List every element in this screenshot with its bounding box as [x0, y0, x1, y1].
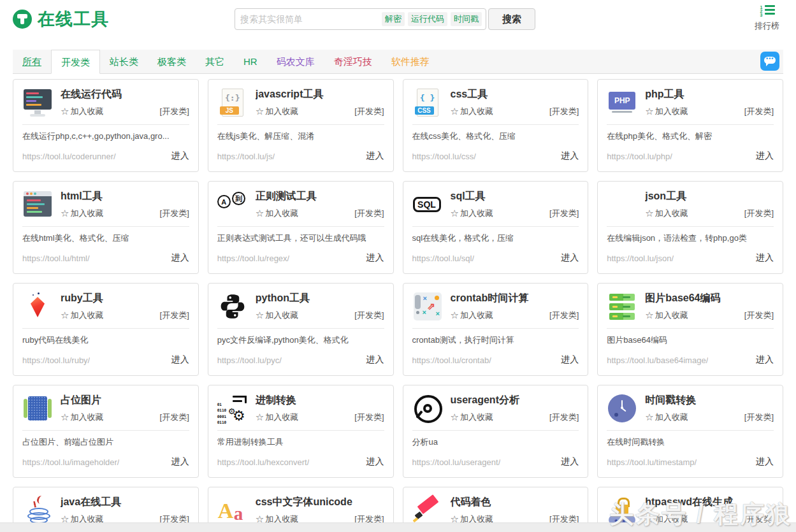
star-icon: ☆ [61, 106, 69, 117]
tool-url-link[interactable]: https://tool.lu/json/ [607, 254, 674, 263]
tool-url-link[interactable]: https://tool.lu/ruby/ [22, 356, 90, 365]
quick-link-coderunner[interactable]: 运行代码 [408, 12, 447, 26]
tab-software[interactable]: 软件推荐 [382, 50, 439, 73]
add-favorite-link[interactable]: ☆加入收藏 [645, 310, 688, 321]
enter-link[interactable]: 进入 [756, 252, 774, 264]
tool-title[interactable]: 图片base64编码 [645, 291, 774, 305]
add-favorite-link[interactable]: ☆加入收藏 [451, 310, 493, 321]
category-label: [开发类] [549, 412, 579, 423]
add-favorite-link[interactable]: ☆加入收藏 [61, 310, 103, 321]
tool-title[interactable]: css中文字体unicode [256, 495, 384, 509]
enter-link[interactable]: 进入 [366, 354, 384, 366]
enter-link[interactable]: 进入 [171, 456, 189, 468]
tool-title[interactable]: php工具 [645, 87, 774, 101]
enter-link[interactable]: 进入 [366, 456, 384, 468]
add-favorite-link[interactable]: ☆加入收藏 [451, 412, 493, 423]
tool-url-link[interactable]: https://tool.lu/sql/ [412, 254, 475, 263]
tool-title[interactable]: python工具 [256, 291, 384, 305]
enter-link[interactable]: 进入 [561, 252, 579, 264]
tool-title[interactable]: useragent分析 [451, 393, 579, 407]
tab-all[interactable]: 所有 [13, 50, 51, 73]
tab-tricks[interactable]: 奇淫巧技 [324, 50, 382, 73]
tool-url-link[interactable]: https://tool.lu/html/ [22, 254, 90, 263]
tool-description: 图片base64编码 [607, 334, 774, 346]
add-favorite-link[interactable]: ☆加入收藏 [256, 412, 298, 423]
quick-link-timestamp[interactable]: 时间戳 [451, 12, 482, 26]
tab-hr[interactable]: HR [234, 50, 267, 73]
tool-url-link[interactable]: https://tool.lu/css/ [412, 152, 476, 161]
tool-url-link[interactable]: https://tool.lu/crontab/ [412, 356, 491, 365]
tool-url-link[interactable]: https://tool.lu/useragent/ [412, 457, 501, 467]
tool-title[interactable]: javascript工具 [256, 87, 384, 101]
tool-url-link[interactable]: https://tool.lu/base64image/ [607, 356, 708, 365]
add-favorite-link[interactable]: ☆加入收藏 [61, 412, 103, 423]
enter-link[interactable]: 进入 [171, 150, 189, 162]
tab-other[interactable]: 其它 [196, 50, 234, 73]
add-favorite-link[interactable]: ☆加入收藏 [61, 106, 103, 117]
tool-title[interactable]: 正则测试工具 [256, 189, 384, 203]
card-divider [607, 430, 774, 431]
category-label: [开发类] [549, 106, 579, 117]
search-input[interactable] [239, 13, 379, 25]
enter-link[interactable]: 进入 [756, 354, 774, 366]
tool-url-link[interactable]: https://tool.lu/coderunner/ [22, 152, 116, 161]
tool-url-link[interactable]: https://tool.lu/hexconvert/ [217, 457, 310, 467]
feedback-chat-icon[interactable]: ••• [760, 52, 779, 71]
tool-title[interactable]: css工具 [451, 87, 579, 101]
enter-link[interactable]: 进入 [561, 150, 579, 162]
star-icon: ☆ [645, 412, 653, 423]
add-favorite-link[interactable]: ☆加入收藏 [645, 208, 688, 219]
add-favorite-link[interactable]: ☆加入收藏 [451, 106, 493, 117]
category-label: [开发类] [354, 412, 384, 423]
tool-title[interactable]: java在线工具 [61, 495, 189, 509]
tool-url-link[interactable]: https://tool.lu/js/ [217, 152, 275, 161]
enter-link[interactable]: 进入 [366, 252, 384, 264]
tool-title[interactable]: sql工具 [451, 189, 579, 203]
tool-title[interactable]: crontab时间计算 [451, 291, 579, 305]
quick-link-decrypt[interactable]: 解密 [382, 12, 405, 26]
add-favorite-link[interactable]: ☆加入收藏 [256, 106, 298, 117]
add-favorite-link[interactable]: ☆加入收藏 [645, 412, 688, 423]
tab-geek[interactable]: 极客类 [148, 50, 196, 73]
tool-title[interactable]: 代码着色 [451, 495, 579, 509]
highlighter-icon [412, 495, 443, 526]
tool-url-link[interactable]: https://tool.lu/regex/ [217, 254, 289, 263]
hammer-tool-icon [13, 10, 32, 29]
tab-coder-docs[interactable]: 码农文库 [267, 50, 324, 73]
search-box[interactable]: 解密 运行代码 时间戳 [235, 8, 486, 30]
tool-url-link[interactable]: https://tool.lu/imageholder/ [22, 457, 119, 467]
enter-link[interactable]: 进入 [366, 150, 384, 162]
tool-title[interactable]: 占位图片 [61, 393, 189, 407]
site-logo[interactable]: 在线工具 [13, 8, 109, 31]
enter-link[interactable]: 进入 [561, 354, 579, 366]
tool-title[interactable]: json工具 [645, 189, 774, 203]
tool-card: python工具☆加入收藏[开发类]pyc文件反编译,python美化、格式化h… [208, 283, 394, 376]
tool-description: 在线编辑json，语法检查，转php,go类 [607, 233, 774, 244]
card-divider [22, 328, 189, 329]
enter-link[interactable]: 进入 [561, 456, 579, 468]
enter-link[interactable]: 进入 [756, 150, 774, 162]
tool-url-link[interactable]: https://tool.lu/php/ [607, 152, 672, 161]
search-button[interactable]: 搜索 [488, 8, 535, 30]
tool-title[interactable]: html工具 [61, 189, 189, 203]
enter-link[interactable]: 进入 [171, 354, 189, 366]
add-favorite-link[interactable]: ☆加入收藏 [256, 310, 298, 321]
tab-webmaster[interactable]: 站长类 [100, 50, 148, 73]
tool-title[interactable]: 进制转换 [256, 393, 384, 407]
tool-card: 时间戳转换☆加入收藏[开发类]在线时间戳转换https://tool.lu/ti… [597, 385, 783, 478]
tool-url-link[interactable]: https://tool.lu/pyc/ [217, 356, 282, 365]
add-favorite-link[interactable]: ☆加入收藏 [451, 208, 493, 219]
add-favorite-link[interactable]: ☆加入收藏 [61, 208, 103, 219]
tool-title[interactable]: 在线运行代码 [61, 87, 189, 101]
card-divider [412, 226, 579, 227]
tool-url-link[interactable]: https://tool.lu/timestamp/ [607, 457, 697, 467]
add-favorite-link[interactable]: ☆加入收藏 [645, 106, 688, 117]
enter-link[interactable]: 进入 [756, 456, 774, 468]
add-favorite-link[interactable]: ☆加入收藏 [256, 208, 298, 219]
enter-link[interactable]: 进入 [171, 252, 189, 264]
tool-title[interactable]: ruby工具 [61, 291, 189, 305]
tool-title[interactable]: 时间戳转换 [645, 393, 774, 407]
tab-dev[interactable]: 开发类 [51, 50, 100, 74]
jsonfile-icon [607, 189, 637, 220]
ranking-link[interactable]: 1 2 3 排行榜 [755, 5, 779, 32]
